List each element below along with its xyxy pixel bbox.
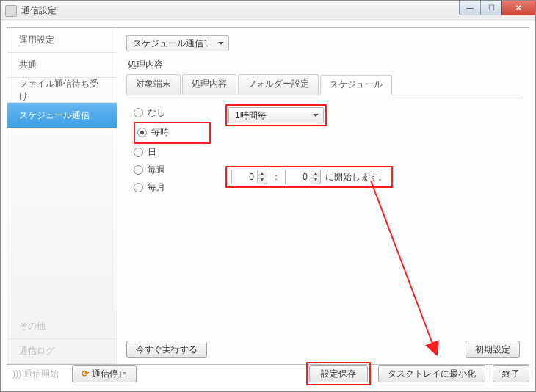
sidebar-item-operation[interactable]: 運用設定 xyxy=(7,28,117,53)
schedule-radio-group: なし 毎時 日 xyxy=(134,104,211,197)
stop-comm-button[interactable]: 通信停止 xyxy=(72,365,137,382)
button-label: 今すぐ実行する xyxy=(136,344,198,356)
sidebar-item-label: ファイル通信待ち受け xyxy=(19,78,105,103)
hour-input[interactable] xyxy=(232,170,257,184)
tab-folder-settings[interactable]: フォルダー設定 xyxy=(238,74,319,95)
sidebar-item-label: スケジュール通信 xyxy=(19,109,90,122)
radio-weekly[interactable]: 毎週 xyxy=(134,161,211,178)
button-label: 終了 xyxy=(502,368,520,380)
radio-icon xyxy=(134,165,143,175)
profile-select-value: スケジュール通信1 xyxy=(133,37,209,50)
button-label: 設定保存 xyxy=(321,368,356,380)
sidebar: 運用設定 共通 ファイル通信待ち受け スケジュール通信 その他 通信ログ xyxy=(7,28,117,364)
content: スケジュール通信1 処理内容 対象端末 処理内容 フォルダー設定 スケジュール … xyxy=(117,28,529,364)
time-colon: ： xyxy=(272,171,280,184)
button-label: タスクトレイに最小化 xyxy=(388,368,476,380)
sidebar-spacer xyxy=(7,128,117,314)
minute-spin-buttons[interactable]: ▲▼ xyxy=(311,170,320,184)
titlebar: 通信設定 — ☐ ✕ xyxy=(1,1,535,21)
main-panel: 運用設定 共通 ファイル通信待ち受け スケジュール通信 その他 通信ログ スケジ… xyxy=(7,27,529,365)
tab-label: フォルダー設定 xyxy=(247,79,309,89)
start-comm-link: ))) 通信開始 xyxy=(7,368,65,380)
button-label: 通信停止 xyxy=(92,368,127,380)
sidebar-item-label: 共通 xyxy=(19,59,37,71)
radio-icon xyxy=(134,183,143,192)
app-icon xyxy=(5,5,17,17)
exit-button[interactable]: 終了 xyxy=(493,365,529,382)
window-title: 通信設定 xyxy=(21,4,57,17)
radio-daily[interactable]: 日 xyxy=(134,144,211,160)
tab-body-schedule: なし 毎時 日 xyxy=(126,95,520,316)
sidebar-item-schedule-comm[interactable]: スケジュール通信 xyxy=(7,103,117,128)
tab-target-terminal[interactable]: 対象端末 xyxy=(126,74,181,95)
minute-input[interactable] xyxy=(286,170,311,184)
radio-monthly[interactable]: 毎月 xyxy=(134,179,211,195)
sidebar-item-other[interactable]: その他 xyxy=(7,314,117,339)
minute-spinner[interactable]: ▲▼ xyxy=(285,170,321,184)
content-buttons: 今すぐ実行する 初期設定 xyxy=(126,341,520,358)
sidebar-item-comm-log[interactable]: 通信ログ xyxy=(7,339,117,364)
profile-select[interactable]: スケジュール通信1 xyxy=(126,35,229,51)
radio-none[interactable]: なし xyxy=(134,104,211,120)
close-button[interactable]: ✕ xyxy=(501,1,535,15)
tab-label: スケジュール xyxy=(330,79,383,90)
footer: ))) 通信開始 通信停止 設定保存 タスクトレイに最小化 終了 xyxy=(7,362,529,385)
radio-label: なし xyxy=(148,106,203,119)
section-title: 処理内容 xyxy=(128,59,520,71)
start-time-row: ▲▼ ： ▲▼ に開始します。 xyxy=(231,170,387,184)
hour-spinner[interactable]: ▲▼ xyxy=(231,170,267,184)
button-label: 初期設定 xyxy=(475,344,510,356)
radio-label: 毎時 xyxy=(151,126,207,139)
sidebar-item-label: その他 xyxy=(19,320,46,333)
tabs: 対象端末 処理内容 フォルダー設定 スケジュール xyxy=(126,74,520,95)
interval-select-value: 1時間毎 xyxy=(235,109,267,122)
sidebar-item-label: 運用設定 xyxy=(19,34,54,46)
minimize-button[interactable]: — xyxy=(459,1,481,15)
radio-icon xyxy=(137,128,147,137)
save-settings-button[interactable]: 設定保存 xyxy=(309,365,368,382)
tab-label: 処理内容 xyxy=(192,79,227,89)
run-now-button[interactable]: 今すぐ実行する xyxy=(126,341,207,358)
hour-spin-buttons[interactable]: ▲▼ xyxy=(257,170,267,184)
tab-schedule[interactable]: スケジュール xyxy=(320,75,392,95)
radio-icon xyxy=(134,148,143,157)
minimize-to-tray-button[interactable]: タスクトレイに最小化 xyxy=(378,365,485,382)
sidebar-item-common[interactable]: 共通 xyxy=(7,53,117,78)
sidebar-item-label: 通信ログ xyxy=(19,345,54,357)
interval-select[interactable]: 1時間毎 xyxy=(228,107,324,123)
tab-label: 対象端末 xyxy=(136,79,171,89)
radio-hourly[interactable]: 毎時 xyxy=(137,124,207,140)
radio-icon xyxy=(134,108,143,117)
window-controls: — ☐ ✕ xyxy=(460,1,535,15)
schedule-detail-col: 1時間毎 ▲▼ ： xyxy=(225,104,393,188)
radio-label: 毎週 xyxy=(148,164,203,176)
radio-label: 日 xyxy=(148,146,203,159)
sidebar-item-file-comm[interactable]: ファイル通信待ち受け xyxy=(7,78,117,103)
tab-process-content[interactable]: 処理内容 xyxy=(182,74,236,95)
client-area: 運用設定 共通 ファイル通信待ち受け スケジュール通信 その他 通信ログ スケジ… xyxy=(1,21,535,391)
radio-label: 毎月 xyxy=(148,181,203,194)
maximize-button[interactable]: ☐ xyxy=(480,1,502,15)
defaults-button[interactable]: 初期設定 xyxy=(466,341,520,358)
start-suffix: に開始します。 xyxy=(325,171,387,184)
